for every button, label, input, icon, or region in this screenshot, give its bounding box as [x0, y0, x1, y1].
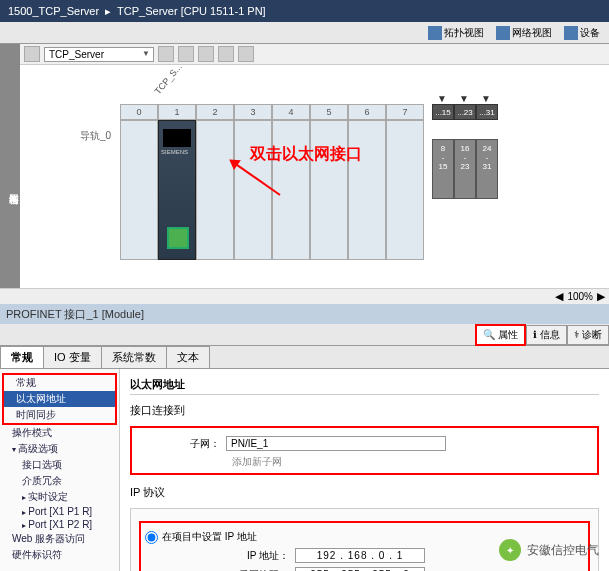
inspector-tabs: 🔍 属性 ℹ 信息 ⚕ 诊断 — [0, 324, 609, 346]
tab-general[interactable]: 常规 — [0, 346, 44, 368]
nav-ifopt[interactable]: 接口选项 — [0, 457, 119, 473]
section-connection: 接口连接到 — [130, 401, 599, 420]
tool-icon-2[interactable] — [178, 46, 194, 62]
cpu-module[interactable]: SIEMENS — [158, 120, 196, 260]
device-view: 设备与网络 TCP_Server TCP_S... 导轨_0 0 1 2 3 4… — [0, 44, 609, 288]
subnet-mask-input[interactable]: 255 . 255 . 255 . 0 — [295, 567, 425, 571]
device-icon — [564, 26, 578, 40]
bc-part1[interactable]: 1500_TCP_Server — [8, 5, 99, 17]
module-header: PROFINET 接口_1 [Module] — [0, 304, 609, 324]
nav-timesync[interactable]: 时间同步 — [4, 407, 115, 423]
slot-header: 1 — [158, 104, 196, 120]
zoom-in-icon[interactable]: ▶ — [597, 290, 605, 303]
slot-empty[interactable] — [310, 120, 348, 260]
cpu-label: SIEMENS — [161, 149, 188, 155]
slot-header: 2 — [196, 104, 234, 120]
ip-address-input[interactable]: 192 . 168 . 0 . 1 — [295, 548, 425, 563]
slot-header: 3 — [234, 104, 272, 120]
tab-sysconst[interactable]: 系统常数 — [101, 346, 167, 368]
tool-icon-5[interactable] — [238, 46, 254, 62]
nav-port2[interactable]: Port [X1 P2 R] — [0, 518, 119, 531]
topology-icon — [428, 26, 442, 40]
breadcrumb: 1500_TCP_Server ▸ TCP_Server [CPU 1511-1… — [0, 0, 609, 22]
ext-head[interactable]: ...15 — [432, 104, 454, 120]
rail-label: 导轨_0 — [80, 129, 111, 143]
slot-empty[interactable] — [272, 120, 310, 260]
nav-web[interactable]: Web 服务器访问 — [0, 531, 119, 547]
zoom-out-icon[interactable]: ◀ — [555, 290, 563, 303]
tool-icon-3[interactable] — [198, 46, 214, 62]
nav-port1[interactable]: Port [X1 P1 R] — [0, 505, 119, 518]
slot-empty[interactable] — [386, 120, 424, 260]
tool-icon-4[interactable] — [218, 46, 234, 62]
extension-headers: ...15 ...23 ...31 — [432, 104, 498, 120]
slot-empty[interactable] — [196, 120, 234, 260]
subnet-select[interactable]: PN/IE_1 — [226, 436, 446, 451]
slot-header: 4 — [272, 104, 310, 120]
nav-media[interactable]: 介质冗余 — [0, 473, 119, 489]
device-selector[interactable]: TCP_Server — [44, 47, 154, 62]
ip-label: IP 地址： — [205, 549, 295, 563]
module-label: TCP_S... — [153, 62, 184, 96]
properties-tab[interactable]: 🔍 属性 — [475, 324, 526, 346]
bc-sep: ▸ — [105, 5, 111, 18]
nav-hwid[interactable]: 硬件标识符 — [0, 547, 119, 563]
ext-range: 16-23 — [454, 139, 476, 199]
ext-range: 24-31 — [476, 139, 498, 199]
mask-label: 子网掩码： — [205, 568, 295, 572]
nav-tree: 常规 以太网地址 时间同步 操作模式 高级选项 接口选项 介质冗余 实时设定 P… — [0, 369, 120, 571]
annotation-text: 双击以太网接口 — [250, 144, 362, 165]
device-rack: 0 1 2 3 4 5 6 7 SIEMENS — [120, 104, 424, 260]
wechat-icon: ✦ — [499, 539, 521, 561]
side-panel-tab[interactable]: 设备与网络 — [0, 44, 20, 288]
nav-advanced[interactable]: 高级选项 — [0, 441, 119, 457]
slot-empty[interactable] — [348, 120, 386, 260]
watermark: ✦ 安徽信控电气 — [499, 539, 599, 561]
nav-back-icon[interactable] — [24, 46, 40, 62]
property-tabs: 常规 IO 变量 系统常数 文本 — [0, 346, 609, 369]
device-view-button[interactable]: 设备 — [559, 24, 605, 42]
subnet-fieldset: 子网： PN/IE_1 添加新子网 — [130, 426, 599, 475]
slot-empty[interactable] — [234, 120, 272, 260]
nav-rt[interactable]: 实时设定 — [0, 489, 119, 505]
tool-icon-1[interactable] — [158, 46, 174, 62]
radio-project-label: 在项目中设置 IP 地址 — [162, 530, 257, 544]
diagnostics-tab[interactable]: ⚕ 诊断 — [567, 325, 609, 345]
add-subnet-link[interactable]: 添加新子网 — [136, 455, 593, 469]
radio-project-ip[interactable] — [145, 531, 158, 544]
topology-view-button[interactable]: 拓扑视图 — [423, 24, 489, 42]
network-view-button[interactable]: 网络视图 — [491, 24, 557, 42]
ext-head[interactable]: ...31 — [476, 104, 498, 120]
nav-ethernet[interactable]: 以太网地址 — [4, 391, 115, 407]
network-icon — [496, 26, 510, 40]
slot-header: 6 — [348, 104, 386, 120]
ext-range: 8-15 — [432, 139, 454, 199]
slot-header: 5 — [310, 104, 348, 120]
slot-empty[interactable] — [120, 120, 158, 260]
subnet-label: 子网： — [136, 437, 226, 451]
tab-iovar[interactable]: IO 变量 — [43, 346, 102, 368]
ext-head[interactable]: ...23 — [454, 104, 476, 120]
tab-text[interactable]: 文本 — [166, 346, 210, 368]
device-toolbar: TCP_Server — [20, 44, 609, 65]
zoom-value[interactable]: 100% — [563, 291, 597, 302]
nav-general[interactable]: 常规 — [4, 375, 115, 391]
info-tab[interactable]: ℹ 信息 — [526, 325, 567, 345]
cpu-display — [163, 129, 191, 147]
extension-ranges: 8-15 16-23 24-31 — [432, 139, 498, 199]
zoom-bar: ◀ 100% ▶ — [0, 288, 609, 304]
ethernet-port[interactable] — [167, 227, 189, 249]
section-ethernet: 以太网地址 — [130, 375, 599, 395]
slot-header: 0 — [120, 104, 158, 120]
slot-header: 7 — [386, 104, 424, 120]
nav-opmode[interactable]: 操作模式 — [0, 425, 119, 441]
bc-part2[interactable]: TCP_Server [CPU 1511-1 PN] — [117, 5, 266, 17]
view-toolbar: 拓扑视图 网络视图 设备 — [0, 22, 609, 44]
section-ip: IP 协议 — [130, 483, 599, 502]
